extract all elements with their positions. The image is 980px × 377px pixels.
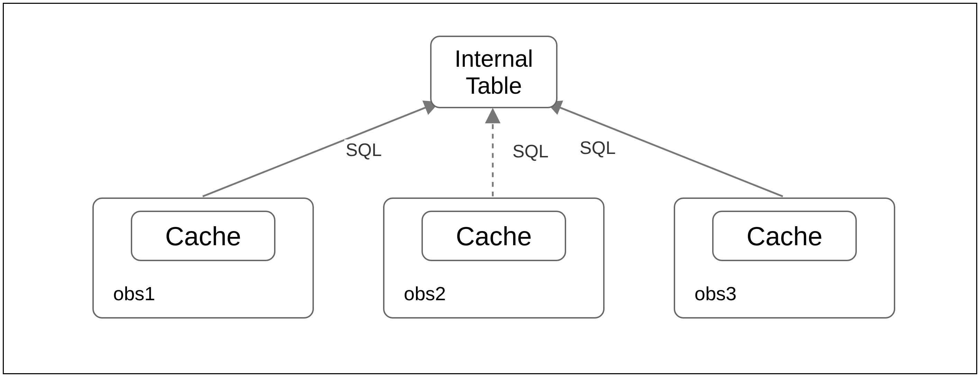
edge-label-obs2: SQL	[511, 141, 550, 162]
internal-table-label-line2: Table	[466, 72, 522, 99]
diagram-canvas: Internal Table SQL SQL SQL Cache obs1 Ca…	[4, 4, 976, 373]
observer-label-obs3: obs3	[695, 282, 737, 305]
cache-box-obs2: Cache	[422, 211, 566, 261]
observer-node-obs3: Cache obs3	[674, 197, 895, 318]
edge-label-obs1: SQL	[344, 139, 383, 160]
internal-table-label-line1: Internal	[455, 45, 533, 72]
observer-label-obs1: obs1	[113, 282, 155, 305]
cache-box-obs3: Cache	[712, 211, 857, 261]
observer-node-obs1: Cache obs1	[92, 197, 314, 318]
internal-table-node: Internal Table	[430, 36, 557, 108]
diagram-frame: Internal Table SQL SQL SQL Cache obs1 Ca…	[3, 3, 977, 374]
observer-node-obs2: Cache obs2	[383, 197, 605, 318]
svg-line-0	[203, 102, 438, 196]
cache-box-obs1: Cache	[131, 211, 275, 261]
edge-label-obs3: SQL	[578, 137, 617, 158]
observer-label-obs2: obs2	[404, 282, 446, 305]
